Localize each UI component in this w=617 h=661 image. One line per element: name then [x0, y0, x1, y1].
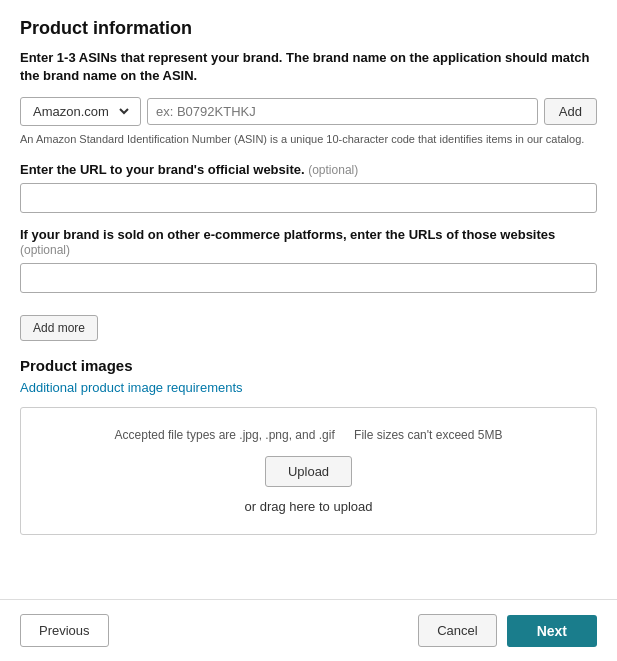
ecommerce-optional: (optional)	[20, 243, 70, 257]
asin-marketplace-select[interactable]: Amazon.com Amazon.co.uk Amazon.de	[20, 97, 141, 126]
drag-upload-text: or drag here to upload	[37, 499, 580, 514]
footer: Previous Cancel Next	[0, 599, 617, 661]
asin-add-button[interactable]: Add	[544, 98, 597, 125]
ecommerce-url-input[interactable]	[20, 263, 597, 293]
upload-drop-zone[interactable]: Accepted file types are .jpg, .png, and …	[20, 407, 597, 535]
brand-url-section: Enter the URL to your brand's official w…	[20, 162, 597, 227]
file-types-text: Accepted file types are .jpg, .png, and …	[115, 428, 335, 442]
page-title: Product information	[20, 18, 597, 39]
add-more-button[interactable]: Add more	[20, 315, 98, 341]
marketplace-dropdown[interactable]: Amazon.com Amazon.co.uk Amazon.de	[29, 103, 132, 120]
additional-requirements-link[interactable]: Additional product image requirements	[20, 380, 243, 395]
footer-right: Cancel Next	[418, 614, 597, 647]
ecommerce-section: If your brand is sold on other e-commerc…	[20, 227, 597, 307]
brand-url-optional: (optional)	[308, 163, 358, 177]
asin-text-input[interactable]	[147, 98, 538, 125]
product-images-title: Product images	[20, 357, 597, 374]
file-size-text: File sizes can't exceed 5MB	[354, 428, 502, 442]
asin-input-row: Amazon.com Amazon.co.uk Amazon.de Add	[20, 97, 597, 126]
ecommerce-label-text: If your brand is sold on other e-commerc…	[20, 227, 555, 242]
brand-url-input[interactable]	[20, 183, 597, 213]
footer-left: Previous	[20, 614, 109, 647]
cancel-button[interactable]: Cancel	[418, 614, 496, 647]
previous-button[interactable]: Previous	[20, 614, 109, 647]
asin-hint-text: An Amazon Standard Identification Number…	[20, 132, 597, 147]
next-button[interactable]: Next	[507, 615, 597, 647]
brand-url-label: Enter the URL to your brand's official w…	[20, 162, 305, 177]
asin-instruction: Enter 1-3 ASINs that represent your bran…	[20, 49, 597, 85]
upload-button[interactable]: Upload	[265, 456, 352, 487]
